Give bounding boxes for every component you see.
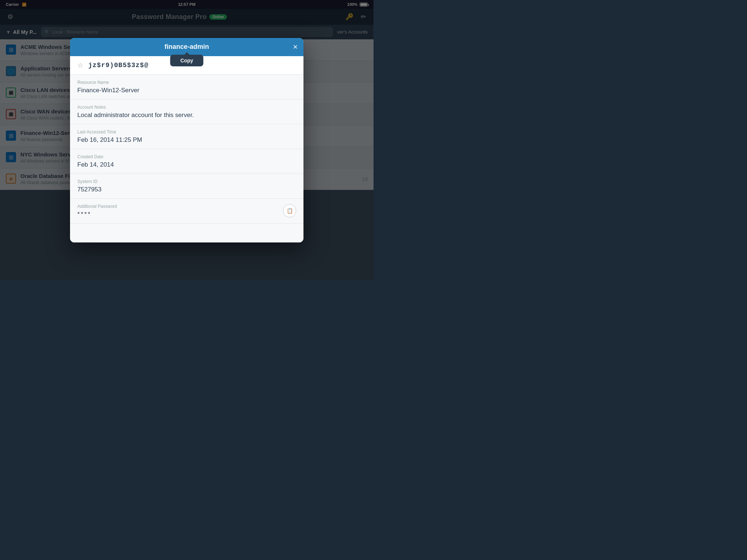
last-accessed-section: Last Accessed Time Feb 16, 2014 11:25 PM	[70, 124, 303, 149]
system-id-section: System ID 7527953	[70, 174, 303, 199]
modal-title: finance-admin	[165, 43, 209, 51]
account-notes-value: Local administrator account for this ser…	[77, 112, 296, 119]
copy-additional-password-button[interactable]: 📋	[283, 204, 296, 217]
password-value: jz$r9)0B5$3z$@	[88, 62, 148, 69]
created-date-label: Created Date	[77, 154, 296, 159]
created-date-section: Created Date Feb 14, 2014	[70, 149, 303, 174]
additional-password-label: Additional Password	[77, 204, 117, 209]
system-id-label: System ID	[77, 179, 296, 184]
last-accessed-value: Feb 16, 2014 11:25 PM	[77, 136, 296, 144]
modal-overlay: finance-admin × Copy ☆ jz$r9)0B5$3z$@ Re…	[0, 0, 374, 280]
copy-tooltip-label: Copy	[181, 58, 193, 63]
modal-bottom-area	[70, 223, 303, 242]
resource-name-label: Resource Name	[77, 80, 296, 85]
resource-name-section: Resource Name Finance-Win12-Server	[70, 75, 303, 100]
additional-password-section: Additional Password **** 📋	[70, 199, 303, 223]
last-accessed-label: Last Accessed Time	[77, 129, 296, 135]
account-notes-section: Account Notes Local administrator accoun…	[70, 100, 303, 124]
modal-dialog: finance-admin × Copy ☆ jz$r9)0B5$3z$@ Re…	[70, 38, 303, 242]
copy-icon: 📋	[287, 208, 293, 214]
additional-password-value: ****	[77, 211, 117, 218]
modal-header: finance-admin × Copy	[70, 38, 303, 56]
system-id-value: 7527953	[77, 186, 296, 193]
resource-name-value: Finance-Win12-Server	[77, 87, 296, 94]
modal-close-button[interactable]: ×	[293, 43, 298, 51]
additional-password-left: Additional Password ****	[77, 204, 117, 218]
created-date-value: Feb 14, 2014	[77, 161, 296, 168]
account-notes-label: Account Notes	[77, 105, 296, 110]
favorite-star-icon[interactable]: ☆	[77, 61, 83, 69]
copy-tooltip: Copy	[170, 55, 204, 66]
